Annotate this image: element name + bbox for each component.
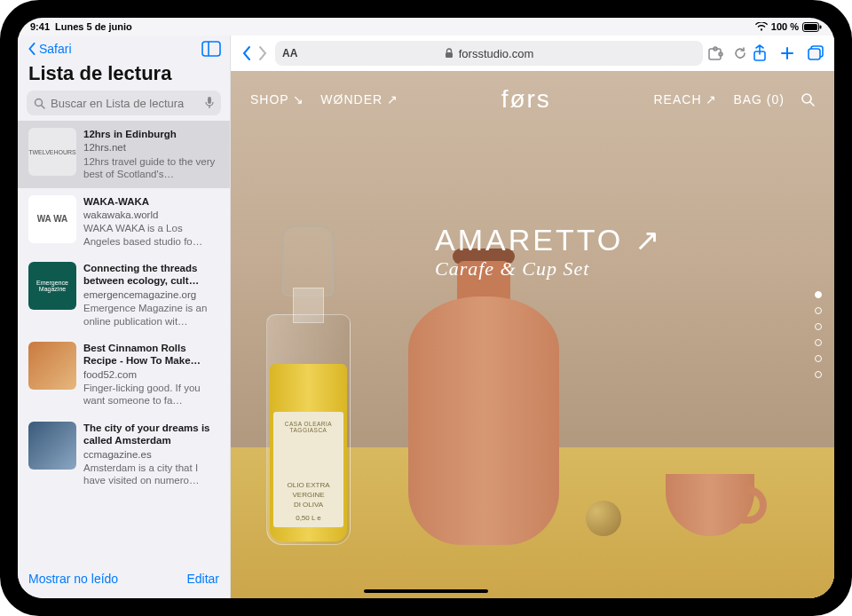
hero-title[interactable]: AMARETTO: [435, 223, 623, 257]
browser-main: AA forsstudio.com: [231, 36, 834, 598]
url-bar[interactable]: AA forsstudio.com: [275, 41, 703, 66]
bottle-line: VERGINE: [292, 491, 324, 499]
carousel-dot[interactable]: [815, 339, 822, 346]
list-item[interactable]: Emergence Magazine Connecting the thread…: [18, 255, 230, 335]
item-desc: Amsterdam is a city that I have visited …: [83, 462, 219, 487]
battery-percent: 100 %: [771, 21, 799, 32]
reload-icon[interactable]: [733, 46, 747, 60]
webpage-content: CASA OLEARIA TAGGIASCA OLIO EXTRA VERGIN…: [231, 71, 834, 598]
sidebar-title: Lista de lectura: [18, 59, 230, 91]
dictation-icon[interactable]: [205, 97, 214, 109]
svg-rect-7: [208, 97, 211, 104]
site-logo[interactable]: førs: [501, 85, 551, 114]
nav-search-icon[interactable]: [801, 92, 815, 107]
show-unread-button[interactable]: Mostrar no leído: [28, 572, 118, 586]
nav-wonder[interactable]: WØNDER ↗: [320, 92, 398, 107]
cup: [666, 465, 772, 536]
reading-list-sidebar: Safari Lista de lectura: [18, 36, 231, 598]
nav-back-icon[interactable]: [240, 45, 254, 61]
item-title: Best Cinnamon Rolls Recipe - How To Make…: [83, 342, 219, 367]
carousel-dot[interactable]: [815, 323, 822, 330]
nav-reach[interactable]: REACH ↗: [654, 92, 718, 107]
status-bar: 9:41 Lunes 5 de junio 100 %: [18, 18, 834, 36]
item-desc: Emergence Magazine is an online publicat…: [83, 302, 219, 328]
list-item[interactable]: Best Cinnamon Rolls Recipe - How To Make…: [18, 335, 230, 415]
item-site: emergencemagazine.org: [83, 288, 219, 301]
item-title: The city of your dreams is called Amster…: [83, 422, 219, 447]
svg-rect-1: [804, 24, 817, 30]
svg-rect-3: [202, 42, 220, 56]
list-item[interactable]: WA WA WAKA-WAKA wakawaka.world WAKA WAKA…: [18, 188, 230, 256]
item-title: 12hrs in Edinburgh: [83, 128, 219, 140]
search-input[interactable]: [51, 97, 200, 110]
item-desc: Finger-licking good. If you want someone…: [83, 382, 219, 407]
share-icon[interactable]: [753, 44, 767, 62]
nav-shop[interactable]: SHOP ↘: [250, 92, 304, 107]
bottle-line: DI OLIVA: [294, 501, 323, 509]
site-nav: SHOP ↘ WØNDER ↗ førs REACH ↗ BAG (0): [231, 71, 834, 128]
reading-list: TWELVEHOURS 12hrs in Edinburgh 12hrs.net…: [18, 121, 230, 563]
list-item[interactable]: The city of your dreams is called Amster…: [18, 415, 230, 494]
svg-line-6: [42, 105, 45, 108]
olive-oil-bottle: CASA OLEARIA TAGGIASCA OLIO EXTRA VERGIN…: [266, 225, 351, 545]
carousel-dot[interactable]: [815, 355, 822, 362]
carousel-dots[interactable]: [815, 291, 822, 378]
wifi-icon: [755, 22, 768, 31]
bottle-brand: CASA OLEARIA TAGGIASCA: [279, 421, 338, 433]
url-text: forsstudio.com: [459, 47, 534, 60]
item-site: food52.com: [83, 368, 219, 381]
carousel-dot[interactable]: [815, 291, 822, 298]
svg-rect-9: [446, 52, 453, 58]
hero-subtitle: Carafe & Cup Set: [435, 257, 662, 280]
svg-rect-17: [809, 49, 820, 59]
carousel-dot[interactable]: [815, 307, 822, 314]
tabs-icon[interactable]: [808, 45, 825, 61]
lock-icon: [445, 48, 454, 59]
extensions-icon[interactable]: [708, 46, 724, 60]
thumb-label: WA WA: [37, 215, 68, 224]
new-tab-icon[interactable]: [779, 45, 795, 61]
list-item[interactable]: TWELVEHOURS 12hrs in Edinburgh 12hrs.net…: [18, 121, 230, 188]
edit-button[interactable]: Editar: [186, 572, 219, 586]
thumb-label: Emergence Magazine: [32, 280, 73, 292]
bottle-size: 0,50 L e: [296, 514, 321, 522]
back-label: Safari: [39, 42, 72, 56]
status-date: Lunes 5 de junio: [55, 21, 132, 32]
nav-bag[interactable]: BAG (0): [733, 92, 785, 107]
search-icon: [34, 98, 45, 109]
status-time: 9:41: [30, 21, 50, 32]
item-site: wakawaka.world: [83, 209, 219, 221]
item-site: ccmagazine.es: [83, 448, 219, 461]
item-title: Connecting the threads between ecology, …: [83, 262, 219, 288]
thumb-label: TWELVEHOURS: [28, 149, 76, 155]
svg-line-19: [810, 102, 814, 106]
search-field[interactable]: [27, 91, 221, 115]
item-desc: 12hrs travel guide to the very best of S…: [83, 155, 219, 181]
carousel-dot[interactable]: [815, 371, 822, 378]
home-indicator[interactable]: [364, 589, 488, 593]
item-desc: WAKA WAKA is a Los Angeles based studio …: [83, 222, 219, 248]
svg-rect-2: [820, 25, 822, 28]
back-button[interactable]: Safari: [27, 42, 72, 56]
browser-toolbar: AA forsstudio.com: [231, 36, 834, 71]
fruit: [586, 501, 621, 536]
hero-text: AMARETTO ↗ Carafe & Cup Set: [435, 222, 662, 280]
reader-aa-button[interactable]: AA: [282, 47, 297, 59]
nav-forward-icon: [256, 45, 270, 61]
bottle-line: OLIO EXTRA: [287, 481, 329, 489]
battery-icon: [802, 22, 822, 32]
item-site: 12hrs.net: [83, 141, 219, 154]
carafe: [408, 261, 559, 545]
sidebar-toggle-icon[interactable]: [201, 41, 221, 57]
item-title: WAKA-WAKA: [83, 195, 219, 208]
